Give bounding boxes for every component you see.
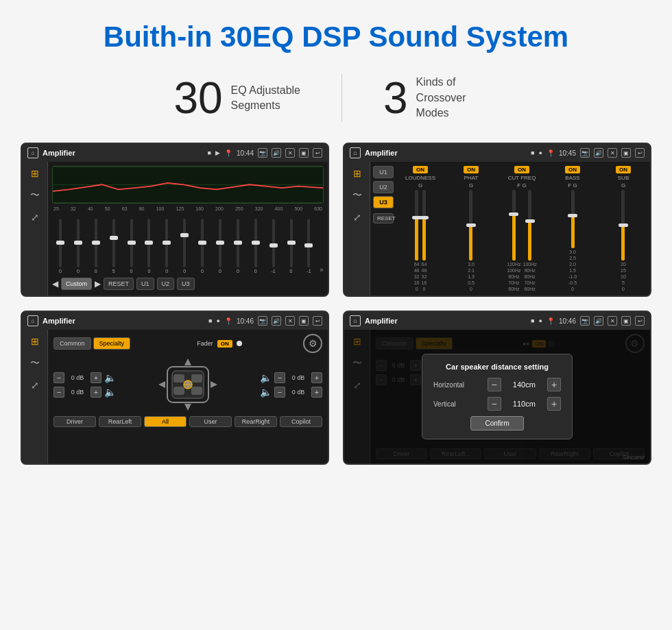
horizontal-plus-btn[interactable]: + [547, 378, 561, 391]
screen1-back-icon[interactable]: ↩ [313, 148, 322, 158]
eq-prev-icon[interactable]: ◀ [52, 279, 58, 289]
eq-thumb-13[interactable] [269, 243, 278, 247]
screen2-home-icon[interactable]: ⌂ [350, 147, 361, 158]
eq-slider-15[interactable]: -1 [300, 219, 317, 274]
screen1-vol-icon[interactable]: 🔊 [272, 148, 281, 158]
eq-slider-10[interactable]: 0 [212, 219, 228, 274]
screen3-sidebar-expand-icon[interactable]: ⤢ [27, 379, 43, 391]
spk-rearleft-btn[interactable]: RearLeft [99, 416, 141, 427]
eq-next-icon[interactable]: ▶ [95, 279, 101, 289]
phat-slider[interactable]: 3.0 2.1 1.3 0.5 0 [468, 190, 475, 291]
vol-plus-3[interactable]: + [311, 372, 322, 383]
common-btn[interactable]: Common [53, 337, 91, 350]
bass-thumb-f[interactable] [568, 214, 577, 217]
crossover-reset-btn[interactable]: RESET [373, 213, 394, 223]
eq-u2-btn[interactable]: U2 [157, 278, 175, 290]
eq-u3-btn[interactable]: U3 [177, 278, 195, 290]
screen4-x-icon[interactable]: ✕ [608, 316, 617, 326]
cutfreq-on-badge[interactable]: ON [514, 166, 529, 173]
cutfreq-slider-f[interactable]: 120Hz 100Hz 80Hz 70Hz 60Hz [507, 190, 520, 291]
loudness-slider-2[interactable]: 64 48 32 16 0 [422, 190, 427, 291]
eq-thumb-8[interactable] [180, 233, 189, 237]
preset-u2[interactable]: U2 [373, 181, 394, 193]
eq-thumb-2[interactable] [74, 241, 82, 245]
scroll-right-icon[interactable]: » [320, 266, 324, 274]
screen3-sidebar-eq-icon[interactable]: ⊞ [27, 335, 43, 348]
cutfreq-slider-g[interactable]: 100Hz 90Hz 80Hz 70Hz 60Hz [523, 190, 537, 291]
eq-slider-11[interactable]: 0 [230, 219, 246, 274]
eq-slider-13[interactable]: -1 [265, 219, 282, 274]
screen2-sidebar-eq-icon[interactable]: ⊞ [350, 167, 365, 180]
vol-minus-1[interactable]: − [53, 372, 64, 383]
screen3-back-icon[interactable]: ↩ [313, 316, 322, 326]
eq-thumb-1[interactable] [56, 241, 64, 245]
spk-driver-btn[interactable]: Driver [53, 416, 96, 427]
eq-custom-btn[interactable]: Custom [61, 278, 92, 290]
eq-thumb-5[interactable] [128, 241, 136, 245]
screen4-home-icon[interactable]: ⌂ [350, 315, 361, 326]
eq-thumb-15[interactable] [304, 243, 313, 247]
eq-reset-btn[interactable]: RESET [104, 278, 134, 290]
preset-u1[interactable]: U1 [373, 166, 394, 178]
gear-icon[interactable]: ⚙ [303, 334, 322, 353]
eq-thumb-6[interactable] [145, 241, 153, 245]
eq-slider-14[interactable]: 0 [283, 219, 300, 274]
eq-thumb-3[interactable] [92, 241, 100, 245]
eq-slider-7[interactable]: 0 [158, 219, 175, 274]
spk-all-btn[interactable]: All [144, 416, 187, 427]
eq-scroll-arrows[interactable]: » [320, 266, 324, 274]
eq-thumb-9[interactable] [198, 241, 206, 245]
phat-on-badge[interactable]: ON [464, 166, 479, 173]
sub-thumb[interactable] [619, 223, 628, 227]
screen4-back-icon[interactable]: ↩ [635, 316, 645, 326]
fader-on-toggle[interactable]: ON [217, 340, 232, 348]
vol-minus-4[interactable]: − [274, 387, 285, 398]
eq-slider-4[interactable]: 5 [106, 219, 122, 274]
screen2-x-icon[interactable]: ✕ [608, 148, 617, 158]
eq-slider-5[interactable]: 0 [123, 219, 140, 274]
screen2-sidebar-expand-icon[interactable]: ⤢ [350, 211, 365, 223]
loudness-thumb-2[interactable] [419, 216, 429, 219]
phat-thumb[interactable] [466, 223, 476, 227]
eq-thumb-12[interactable] [252, 241, 260, 245]
preset-u3[interactable]: U3 [373, 196, 394, 208]
screen3-vol-icon[interactable]: 🔊 [272, 316, 281, 326]
spk-rearright-btn[interactable]: RearRight [235, 416, 277, 427]
bass-on-badge[interactable]: ON [565, 166, 580, 173]
sidebar-expand-icon[interactable]: ⤢ [27, 211, 43, 223]
horizontal-minus-btn[interactable]: − [488, 378, 501, 391]
sidebar-eq-icon[interactable]: ⊞ [27, 167, 43, 180]
eq-thumb-14[interactable] [287, 241, 296, 245]
fader-thumb[interactable] [237, 341, 242, 346]
vol-plus-1[interactable]: + [91, 372, 101, 383]
eq-thumb-10[interactable] [216, 241, 224, 245]
screen3-mirror-icon[interactable]: ▣ [299, 316, 309, 326]
screen3-home-icon[interactable]: ⌂ [27, 315, 38, 326]
screen2-sidebar-wave-icon[interactable]: 〜 [350, 189, 365, 202]
eq-thumb-7[interactable] [163, 241, 171, 245]
screen4-mirror-icon[interactable]: ▣ [621, 316, 631, 326]
eq-slider-3[interactable]: 0 [88, 219, 104, 274]
vol-plus-4[interactable]: + [311, 387, 322, 398]
eq-thumb-4[interactable] [110, 236, 118, 240]
cutfreq-thumb-f[interactable] [509, 213, 518, 216]
vertical-plus-btn[interactable]: + [547, 397, 561, 411]
screen3-x-icon[interactable]: ✕ [285, 316, 295, 326]
specialty-btn[interactable]: Specialty [93, 337, 131, 350]
screen1-mirror-icon[interactable]: ▣ [299, 148, 309, 158]
sub-slider[interactable]: 20 15 10 5 0 [621, 190, 626, 291]
loudness-slider-1[interactable]: 64 48 32 16 0 [414, 190, 420, 291]
eq-slider-12[interactable]: 0 [248, 219, 264, 274]
sidebar-wave-icon[interactable]: 〜 [27, 189, 43, 202]
home-icon[interactable]: ⌂ [27, 147, 38, 158]
vol-minus-3[interactable]: − [274, 372, 285, 383]
cutfreq-thumb-g[interactable] [525, 219, 535, 223]
screen3-sidebar-wave-icon[interactable]: 〜 [27, 357, 43, 369]
loudness-on-badge[interactable]: ON [413, 166, 428, 173]
screen3-camera-icon[interactable]: 📷 [258, 316, 267, 326]
screen2-back-icon[interactable]: ↩ [635, 148, 645, 158]
confirm-button[interactable]: Confirm [470, 416, 523, 431]
bass-slider-f[interactable]: 3.0 2.5 2.0 1.5 -1.0 -0.5 0 [568, 190, 577, 291]
eq-thumb-11[interactable] [234, 241, 242, 245]
eq-slider-1[interactable]: 0 [52, 219, 69, 274]
